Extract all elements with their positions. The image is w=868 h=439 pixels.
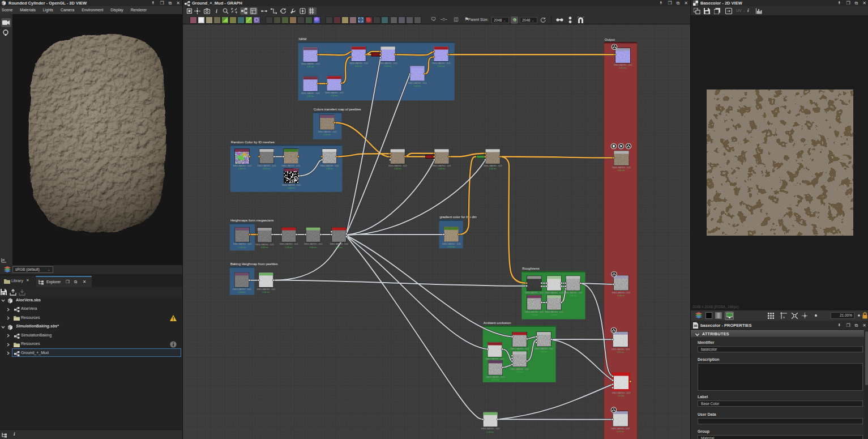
- svg-text:SIMUL.BAKING - 1024: SIMUL.BAKING - 1024: [442, 243, 461, 245]
- svg-text:SIMUL.BAKING - 1024: SIMUL.BAKING - 1024: [233, 243, 251, 245]
- svg-text:0.06 ms: 0.06 ms: [323, 134, 331, 136]
- svg-text:SIMUL.BAKING - 1024: SIMUL.BAKING - 1024: [349, 62, 368, 65]
- svg-text:Heighmaps form megascans: Heighmaps form megascans: [230, 219, 273, 222]
- svg-text:Random Color by ID meshes: Random Color by ID meshes: [231, 140, 275, 144]
- svg-text:SIMUL.BAKING - 1024: SIMUL.BAKING - 1024: [233, 165, 251, 167]
- svg-text:SIMUL.BAKING - 1024: SIMUL.BAKING - 1024: [255, 244, 274, 246]
- svg-text:0.06 ms: 0.06 ms: [384, 65, 392, 67]
- svg-text:Colors transfert map of peeble: Colors transfert map of peebles: [314, 108, 361, 111]
- svg-text:SIMUL.BAKING - 1024: SIMUL.BAKING - 1024: [282, 184, 301, 186]
- svg-text:SIMUL.BAKING - 1024: SIMUL.BAKING - 1024: [612, 292, 630, 294]
- svg-text:SIMUL.BAKING - 1024: SIMUL.BAKING - 1024: [612, 428, 630, 430]
- svg-text:SIMUL.BAKING - 1024: SIMUL.BAKING - 1024: [281, 165, 300, 167]
- svg-text:SIMUL.BAKING - 1024: SIMUL.BAKING - 1024: [612, 392, 631, 394]
- svg-text:SIMUL.BAKING - 1024: SIMUL.BAKING - 1024: [330, 243, 348, 245]
- svg-text:SIMUL.BAKING - 1024: SIMUL.BAKING - 1024: [525, 311, 544, 313]
- svg-text:0.06 ms: 0.06 ms: [531, 314, 538, 316]
- svg-text:SIMUL.BAKING - 1024: SIMUL.BAKING - 1024: [535, 348, 553, 350]
- svg-text:0.06 ms: 0.06 ms: [310, 246, 317, 249]
- svg-text:SIMUL.BAKING - 1024: SIMUL.BAKING - 1024: [564, 292, 583, 294]
- svg-text:0.06 ms: 0.06 ms: [335, 246, 343, 249]
- svg-text:SIMUL.BAKING - 1024: SIMUL.BAKING - 1024: [525, 292, 544, 294]
- svg-text:0.06 ms: 0.06 ms: [326, 168, 333, 170]
- svg-text:gradient color for the dirt: gradient color for the dirt: [440, 215, 477, 219]
- svg-text:0.06 ms: 0.06 ms: [570, 295, 577, 297]
- svg-text:0.06 ms: 0.06 ms: [618, 169, 625, 172]
- svg-text:SIMUL.BAKING - 1024: SIMUL.BAKING - 1024: [325, 92, 344, 94]
- svg-text:0.06 ms: 0.06 ms: [285, 246, 293, 249]
- svg-text:SIMUL.BAKING - 1024: SIMUL.BAKING - 1024: [379, 62, 397, 65]
- svg-text:0.06 ms: 0.06 ms: [448, 246, 455, 248]
- svg-text:SIMUL.BAKING - 1024: SIMUL.BAKING - 1024: [318, 131, 336, 133]
- svg-text:0.06 ms: 0.06 ms: [487, 431, 494, 433]
- svg-text:SIMUL.BAKING - 1024: SIMUL.BAKING - 1024: [484, 165, 502, 167]
- svg-text:0.06 ms: 0.06 ms: [288, 187, 295, 189]
- svg-text:0.06 ms: 0.06 ms: [516, 351, 523, 353]
- svg-text:SIMUL.BAKING - 1024: SIMUL.BAKING - 1024: [408, 82, 427, 84]
- svg-text:SIMUL.BAKING - 1024: SIMUL.BAKING - 1024: [614, 64, 632, 66]
- svg-text:0.06 ms: 0.06 ms: [263, 168, 271, 170]
- svg-text:SIMUL.BAKING - 1024: SIMUL.BAKING - 1024: [612, 348, 630, 351]
- svg-text:s: s: [783, 316, 785, 319]
- svg-text:0.0 Sec: 0.0 Sec: [618, 395, 625, 397]
- svg-text:i: i: [216, 8, 217, 14]
- svg-text:0.06 ms: 0.06 ms: [331, 95, 338, 97]
- svg-text:SIMUL.BAKING - 1024: SIMUL.BAKING - 1024: [486, 358, 504, 360]
- svg-text:SIMUL.BAKING - 1024: SIMUL.BAKING - 1024: [481, 428, 500, 430]
- svg-text:0.06 ms: 0.06 ms: [238, 291, 246, 293]
- svg-text:0.06 ms: 0.06 ms: [619, 67, 627, 69]
- svg-text:0.06 ms: 0.06 ms: [489, 168, 497, 170]
- svg-text:0.06 ms: 0.06 ms: [617, 295, 625, 297]
- svg-text:Baking Heighmap from peebles: Baking Heighmap from peebles: [230, 262, 278, 266]
- svg-text:SIMUL.BAKING - 1024: SIMUL.BAKING - 1024: [545, 311, 563, 313]
- svg-text:0.06 ms: 0.06 ms: [492, 379, 499, 381]
- svg-text:0.06 ms: 0.06 ms: [617, 431, 624, 433]
- svg-text:0.06 ms: 0.06 ms: [307, 95, 314, 97]
- svg-text:0.06 ms: 0.06 ms: [262, 291, 270, 293]
- svg-text:SIMUL.BAKING - 1024: SIMUL.BAKING - 1024: [433, 165, 451, 167]
- svg-text:0.06 ms: 0.06 ms: [414, 85, 421, 87]
- svg-text:SIMUL.BAKING - 1024: SIMUL.BAKING - 1024: [301, 63, 320, 65]
- svg-text:NRM: NRM: [299, 37, 307, 41]
- svg-text:0.06 ms: 0.06 ms: [550, 314, 558, 316]
- svg-text:SIMUL.BAKING - 1024: SIMUL.BAKING - 1024: [301, 92, 320, 95]
- svg-text:Ambiant occlusion: Ambiant occlusion: [484, 321, 511, 325]
- svg-text:SIMUL.BAKING - 1024: SIMUL.BAKING - 1024: [280, 243, 298, 245]
- svg-text:SIMUL.BAKING - 1024: SIMUL.BAKING - 1024: [320, 165, 339, 167]
- svg-text:0.06 ms: 0.06 ms: [238, 246, 246, 249]
- svg-text:0.06 ms: 0.06 ms: [617, 351, 624, 353]
- svg-text:0.06 ms: 0.06 ms: [438, 65, 445, 67]
- svg-text:0.06 ms: 0.06 ms: [307, 66, 314, 68]
- svg-text:0.06 ms: 0.06 ms: [238, 168, 246, 170]
- svg-text:0.06 ms: 0.06 ms: [438, 168, 446, 170]
- svg-text:Output: Output: [605, 38, 615, 41]
- svg-text:SIMUL.BAKING - 1024: SIMUL.BAKING - 1024: [233, 288, 251, 291]
- svg-text:0.06 ms: 0.06 ms: [516, 371, 523, 373]
- svg-text:0.06 ms: 0.06 ms: [540, 351, 548, 353]
- svg-text:SIMUL.BAKING - 1024: SIMUL.BAKING - 1024: [486, 376, 505, 378]
- svg-text:0.06 ms: 0.06 ms: [261, 246, 268, 249]
- svg-text:0.06 ms: 0.06 ms: [355, 65, 362, 67]
- svg-text:SIMUL.BAKING - 1024: SIMUL.BAKING - 1024: [304, 243, 323, 245]
- svg-text:SIMUL.BAKING - 1024: SIMUL.BAKING - 1024: [510, 368, 529, 370]
- svg-text:SIMUL.BAKING - 1024: SIMUL.BAKING - 1024: [432, 62, 451, 65]
- svg-text:SIMUL.BAKING - 1024: SIMUL.BAKING - 1024: [612, 167, 631, 169]
- svg-text:SIMUL.BAKING - 1024: SIMUL.BAKING - 1024: [510, 348, 529, 350]
- svg-text:Roughness: Roughness: [522, 267, 539, 270]
- svg-text:SIMUL.BAKING - 1024: SIMUL.BAKING - 1024: [256, 288, 275, 291]
- svg-text:SIMUL.BAKING - 1024: SIMUL.BAKING - 1024: [258, 165, 276, 167]
- svg-text:SIMUL.BAKING - 1024: SIMUL.BAKING - 1024: [388, 165, 407, 167]
- svg-text:0.06 ms: 0.06 ms: [394, 168, 401, 170]
- svg-text:SIMUL.BAKING - 1024: SIMUL.BAKING - 1024: [545, 292, 563, 294]
